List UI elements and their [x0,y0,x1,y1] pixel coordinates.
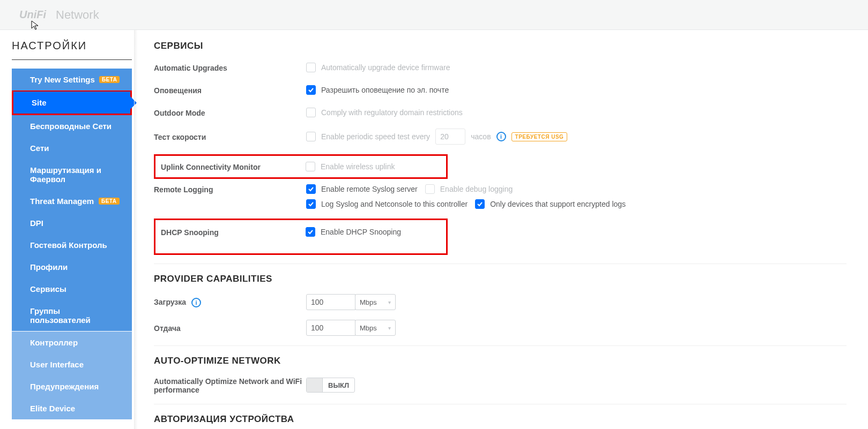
select-upload-unit[interactable]: Mbps ▾ [355,320,396,336]
label-download: Загрузка i [154,297,306,307]
sidebar-item-label: Сервисы [30,284,66,293]
beta-badge: БЕТА [99,76,120,83]
label-auto-optimize: Automatically Optimize Network and WiFi … [154,376,306,394]
sidebar-item-user-interface[interactable]: User Interface [12,353,132,375]
sidebar-item-label: Группы пользователей [30,306,122,325]
checkbox-label: Automatically upgrade device firmware [321,63,450,72]
checkbox-label: Enable periodic speed test every [321,132,430,141]
label-automatic-upgrades: Automatic Upgrades [154,63,306,72]
section-heading-provider: PROVIDER CAPABILITIES [154,264,847,284]
label-remote-logging: Remote Logging [154,184,306,194]
checkbox-label: Enable wireless uplink [321,162,395,171]
toggle-auto-optimize[interactable]: ВЫКЛ [306,378,355,393]
sidebar-item-services[interactable]: Сервисы [12,278,132,300]
sidebar-item-controller[interactable]: Контроллер [12,332,132,353]
checkbox-email-alerts[interactable] [306,85,316,95]
sidebar-item-label: Профили [30,262,68,272]
checkbox-log-to-controller[interactable] [306,199,316,209]
input-speedtest-hours[interactable] [435,129,465,145]
checkbox-debug-logging[interactable] [425,184,435,194]
beta-badge: БЕТА [99,198,120,205]
label-upload: Отдача [154,323,306,333]
checkbox-auto-upgrade[interactable] [306,63,316,72]
sidebar-item-label: User Interface [30,360,84,369]
select-value: Mbps [360,298,377,306]
checkbox-label: Enable remote Syslog server [321,185,418,193]
sidebar-item-label: Контроллер [30,338,78,347]
sidebar-nav: Try New Settings БЕТА Site Беспроводные … [12,69,132,419]
sidebar-item-label: Try New Settings [30,75,95,84]
sidebar-item-wireless[interactable]: Беспроводные Сети [12,115,132,137]
label-dhcp-snooping: DHCP Snooping [161,227,306,237]
chevron-down-icon: ▾ [388,299,391,305]
top-bar: UniFi Network [0,0,868,30]
select-value: Mbps [360,324,377,332]
section-heading-auto-optimize: AUTO-OPTIMIZE NETWORK [154,345,847,366]
checkbox-label: Only devices that support encrypted logs [490,200,626,208]
usg-required-badge: ТРЕБУЕТСЯ USG [511,132,568,141]
row-download: Загрузка i Mbps ▾ [154,294,847,310]
row-upload: Отдача Mbps ▾ [154,320,847,336]
section-heading-services: СЕРВИСЫ [154,41,847,51]
sidebar-item-label: DPI [30,219,43,228]
checkbox-outdoor-mode[interactable] [306,108,316,117]
cursor-icon [31,20,40,31]
toggle-text: ВЫКЛ [323,381,354,389]
checkbox-remote-syslog[interactable] [306,184,316,194]
toggle-knob [307,378,323,392]
info-icon[interactable]: i [191,298,201,307]
input-upload-speed[interactable] [306,320,355,336]
label-alerts: Оповещения [154,85,306,95]
row-alerts: Оповещения Разрешить оповещение по эл. п… [154,84,847,96]
sidebar-item-label: Сети [30,144,49,153]
section-heading-device-auth: АВТОРИЗАЦИЯ УСТРОЙСТВА [154,404,847,425]
hours-unit: часов [471,132,491,141]
label-speedtest: Тест скорости [154,132,306,141]
label-uplink-monitor: Uplink Connectivity Monitor [161,162,306,171]
sidebar-item-label: Предупреждения [30,382,99,391]
row-auto-optimize: Automatically Optimize Network and WiFi … [154,376,847,394]
sidebar-item-label: Site [32,98,47,107]
sidebar-item-routing-firewall[interactable]: Маршрутизация и Фаервол [12,159,132,190]
checkbox-label: Разрешить оповещение по эл. почте [321,86,449,94]
sidebar-item-networks[interactable]: Сети [12,137,132,159]
sidebar: НАСТРОЙКИ Try New Settings БЕТА Site Бес… [0,30,134,429]
sidebar-title: НАСТРОЙКИ [12,40,132,60]
label-outdoor-mode: Outdoor Mode [154,108,306,117]
svg-text:UniFi: UniFi [19,9,46,20]
sidebar-item-site[interactable]: Site [13,92,130,114]
sidebar-item-threat-management[interactable]: Threat Management БЕТА [12,190,132,212]
checkbox-wireless-uplink[interactable] [306,162,315,171]
sidebar-item-profiles[interactable]: Профили [12,256,132,278]
logo-product-text: Network [56,8,99,22]
content-panel: СЕРВИСЫ Automatic Upgrades Automatically… [134,30,868,429]
checkbox-speedtest[interactable] [306,132,316,141]
row-speedtest: Тест скорости Enable periodic speed test… [154,129,847,145]
row-remote-logging: Remote Logging Enable remote Syslog serv… [154,184,847,209]
sidebar-item-label: Гостевой Контроль [30,240,107,250]
sidebar-item-user-groups[interactable]: Группы пользователей [12,300,132,331]
row-outdoor-mode: Outdoor Mode Comply with regulatory doma… [154,106,847,119]
checkbox-label: Log Syslog and Netconsole to this contro… [321,200,468,208]
sidebar-item-elite-device[interactable]: Elite Device [12,397,132,419]
checkbox-label: Enable DHCP Snooping [321,228,401,236]
row-automatic-upgrades: Automatic Upgrades Automatically upgrade… [154,61,847,74]
sidebar-item-guest-control[interactable]: Гостевой Контроль [12,234,132,256]
checkbox-label: Enable debug logging [440,185,513,193]
sidebar-item-label: Elite Device [30,404,75,413]
unifi-logo-icon: UniFi [19,9,53,21]
sidebar-item-try-new-settings[interactable]: Try New Settings БЕТА [12,69,132,91]
sidebar-item-label: Threat Management [30,197,94,206]
select-download-unit[interactable]: Mbps ▾ [355,294,396,310]
sidebar-item-label: Маршрутизация и Фаервол [30,165,122,184]
chevron-down-icon: ▾ [388,325,391,331]
sidebar-item-dpi[interactable]: DPI [12,212,132,234]
sidebar-item-label: Беспроводные Сети [30,122,112,131]
sidebar-item-alerts[interactable]: Предупреждения [12,375,132,397]
checkbox-dhcp-snooping[interactable] [306,227,315,237]
checkbox-label: Comply with regulatory domain restrictio… [321,108,463,117]
logo: UniFi Network [19,8,99,22]
info-icon[interactable]: i [496,132,506,141]
checkbox-encrypted-only[interactable] [475,199,485,209]
input-download-speed[interactable] [306,294,355,310]
